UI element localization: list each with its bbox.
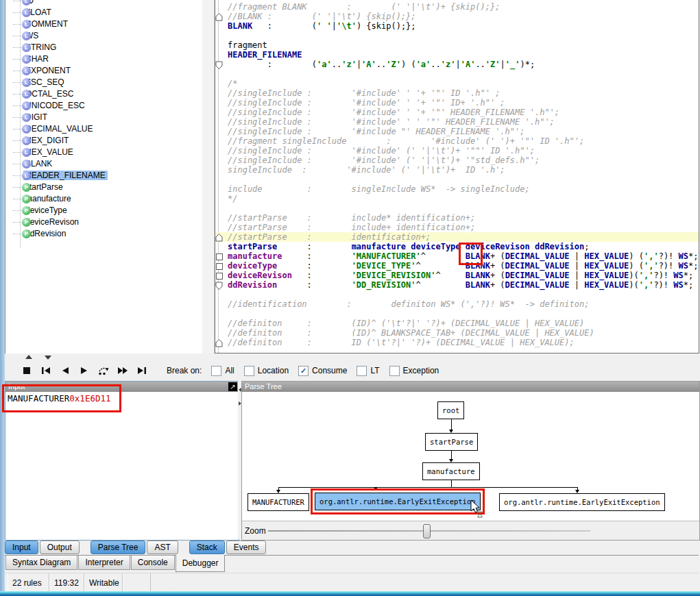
maximize-icon[interactable]: ↗ xyxy=(228,382,237,391)
code-line[interactable] xyxy=(215,309,699,319)
code-line[interactable]: //identification : definiton WS* (','?)!… xyxy=(215,299,699,309)
code-line[interactable]: : ('a'..'z'|'A'..'Z') ('a'..'z'|'A'..'Z'… xyxy=(215,60,699,69)
view-button-parse-tree[interactable]: Parse Tree xyxy=(90,541,146,554)
tab-interpreter[interactable]: Interpreter xyxy=(78,556,130,570)
code-line[interactable]: //startParse : include+ identification+; xyxy=(215,223,699,232)
code-line[interactable]: /* xyxy=(215,79,699,88)
step-forward-button[interactable] xyxy=(76,364,93,377)
code-line[interactable]: //definiton : ID ('\t'?|' '?)+ (DECIMAL_… xyxy=(215,338,699,347)
code-line[interactable]: //BLANK : (' '|'\t') {skip();}; xyxy=(215,12,699,21)
splitter-collapse-up-icon[interactable] xyxy=(25,355,32,359)
code-line[interactable]: //startParse : include* identification+; xyxy=(215,213,699,223)
sidebar-item-ESC_SEQ[interactable]: LESC_SEQ xyxy=(5,77,202,88)
code-line[interactable]: //definiton : (ID)^ ('\t'?|' '?)+ (DECIM… xyxy=(215,319,699,328)
code-line[interactable]: //fragment singleInclude : '#include' ('… xyxy=(215,136,699,146)
sidebar-item-EXPONENT[interactable]: LEXPONENT xyxy=(5,65,202,77)
parse-tree-node[interactable]: root xyxy=(437,401,464,419)
code-line[interactable]: //singleInclude : '#include "' HEADER_FI… xyxy=(215,127,699,136)
code-line[interactable] xyxy=(215,69,699,79)
breakpoint-checkbox[interactable] xyxy=(216,263,223,270)
go-to-start-button[interactable] xyxy=(38,364,54,377)
sidebar-item-FLOAT[interactable]: LFLOAT xyxy=(5,7,202,18)
code-line[interactable] xyxy=(215,31,699,40)
code-line[interactable]: //singleInclude : '#include' (' '|'\t')+… xyxy=(215,146,699,156)
code-line[interactable]: deviceRevison : 'DEVICE_REVISION'^ BLANK… xyxy=(215,271,699,280)
sidebar-item-COMMENT[interactable]: LCOMMENT xyxy=(5,18,202,30)
sidebar-item-STRING[interactable]: LSTRING xyxy=(5,42,202,53)
sidebar-item-HEX_DIGIT[interactable]: LHEX_DIGIT xyxy=(5,135,202,147)
breakon-location-checkbox[interactable]: Location xyxy=(244,366,289,376)
parse-tree-canvas[interactable]: rootstartParsemanufactureMANUFACTURERorg… xyxy=(242,392,699,520)
breakpoint-checkbox[interactable] xyxy=(216,253,223,260)
checkbox-icon[interactable] xyxy=(211,366,221,376)
view-button-output[interactable]: Output xyxy=(40,541,80,554)
parse-tree-node[interactable]: org.antlr.runtime.EarlyExitException xyxy=(315,493,481,510)
code-line[interactable]: //definiton : (ID)^ BLANKSPACE_TAB+ (DEC… xyxy=(215,328,699,338)
breakon-exception-checkbox[interactable]: Exception xyxy=(389,366,439,376)
horizontal-splitter[interactable] xyxy=(5,353,699,360)
checkbox-icon[interactable] xyxy=(357,366,367,376)
code-line[interactable]: fragment xyxy=(215,40,699,50)
code-line[interactable]: //singleInclude : '#include' ' ' '"' HEA… xyxy=(215,117,699,127)
step-back-button[interactable] xyxy=(57,364,73,377)
code-line[interactable]: HEADER_FILENAME xyxy=(215,50,699,60)
tab-console[interactable]: Console xyxy=(131,556,175,570)
view-button-events[interactable]: Events xyxy=(226,541,267,554)
fold-marker-icon[interactable] xyxy=(215,339,223,349)
tab-debugger[interactable]: Debugger xyxy=(176,555,226,572)
code-line[interactable]: //singleInclude : '#include' ' '+ '"' ID… xyxy=(215,98,699,108)
checkbox-icon[interactable] xyxy=(244,366,254,376)
code-line[interactable]: //singleInclude : '#include' ' '+ '"' HE… xyxy=(215,108,699,117)
sidebar-item-startParse[interactable]: PstartParse xyxy=(5,182,202,193)
splitter-collapse-down-icon[interactable] xyxy=(45,356,51,360)
breakon-consume-checkbox[interactable]: ✓Consume xyxy=(298,366,347,376)
code-line[interactable] xyxy=(215,290,699,299)
breakpoint-checkbox[interactable] xyxy=(216,273,223,280)
code-line[interactable]: //singleInclude : '#include' ' '+ '"' ID… xyxy=(215,88,699,98)
parse-tree-node[interactable]: manufacture xyxy=(422,462,480,480)
code-line[interactable] xyxy=(215,175,699,184)
checkbox-icon[interactable]: ✓ xyxy=(298,366,309,376)
sidebar-item-BLANK[interactable]: LBLANK xyxy=(5,158,202,170)
code-line[interactable]: //fragment BLANK : (' '|'\t')+ {skip();}… xyxy=(215,2,699,12)
grammar-editor[interactable]: //fragment BLANK : (' '|'\t')+ {skip();}… xyxy=(215,0,699,353)
tree-scrollbar[interactable] xyxy=(202,0,215,353)
tab-syntax-diagram[interactable]: Syntax Diagram xyxy=(5,556,77,570)
code-line[interactable]: */ xyxy=(215,194,699,203)
sidebar-item-WS[interactable]: LWS xyxy=(5,30,202,42)
code-line[interactable]: //startParse : identification+; xyxy=(215,232,699,242)
code-line[interactable]: manufacture : 'MANUFACTURER'^ BLANK+ (DE… xyxy=(215,251,699,261)
code-line[interactable]: include : singleInclude WS* -> singleInc… xyxy=(215,184,699,194)
stop-button[interactable] xyxy=(19,364,35,377)
code-line[interactable]: //singleInclude : '#include' (' '|'\t')+… xyxy=(215,156,699,165)
code-line[interactable]: deviceType : 'DEVICE_TYPE'^ BLANK+ (DECI… xyxy=(215,261,699,271)
sidebar-item-manufacture[interactable]: Pmanufacture xyxy=(5,193,202,205)
zoom-slider[interactable] xyxy=(423,524,431,538)
sidebar-item-ID[interactable]: LID xyxy=(5,0,202,7)
sidebar-item-CHAR[interactable]: LCHAR xyxy=(5,53,202,65)
parse-tree-node[interactable]: startParse xyxy=(425,433,478,451)
checkbox-icon[interactable] xyxy=(389,366,400,376)
step-over-button[interactable] xyxy=(95,364,112,377)
code-line[interactable]: BLANK : (' '|'\t') {skip();}; xyxy=(215,21,699,31)
sidebar-item-ddRevision[interactable]: PddRevision xyxy=(5,228,202,240)
sidebar-item-deviceType[interactable]: PdeviceType xyxy=(5,205,202,216)
sidebar-item-HEADER_FILENAME[interactable]: LHEADER_FILENAME xyxy=(5,170,202,182)
view-button-stack[interactable]: Stack xyxy=(189,541,225,554)
sidebar-item-DIGIT[interactable]: LDIGIT xyxy=(5,112,202,123)
breakon-lt-checkbox[interactable]: LT xyxy=(357,366,379,376)
breakon-all-checkbox[interactable]: All xyxy=(211,366,234,376)
code-line[interactable]: singleInclude : '#include' (' '|'\t')+ I… xyxy=(215,165,699,175)
parse-tree-node[interactable]: MANUFACTURER xyxy=(248,493,309,511)
code-line[interactable] xyxy=(215,203,699,213)
fast-forward-button[interactable] xyxy=(114,364,131,377)
go-to-end-button[interactable] xyxy=(134,364,150,377)
code-line[interactable]: ddRevision : 'DD_REVISION'^ BLANK+ (DECI… xyxy=(215,280,699,290)
view-button-ast[interactable]: AST xyxy=(147,541,178,554)
parse-tree-node[interactable]: org.antlr.runtime.EarlyExitException xyxy=(499,493,665,511)
sidebar-item-HEX_VALUE[interactable]: LHEX_VALUE xyxy=(5,147,202,158)
view-button-input[interactable]: Input xyxy=(5,541,38,554)
code-line[interactable]: startParse : manufacture deviceType devi… xyxy=(215,242,699,251)
sidebar-item-DECIMAL_VALUE[interactable]: LDECIMAL_VALUE xyxy=(5,123,202,135)
sidebar-item-deviceRevison[interactable]: PdeviceRevison xyxy=(5,216,202,228)
